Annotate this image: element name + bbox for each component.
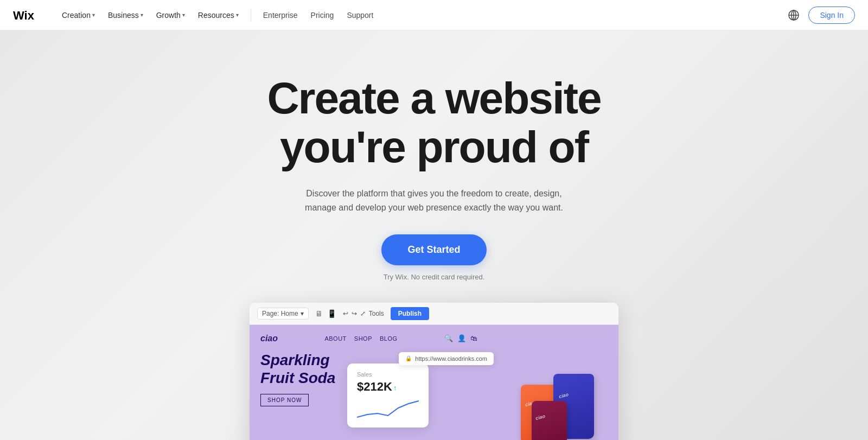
site-nav-icons: 🔍 👤 🛍 xyxy=(444,334,477,342)
mobile-icon[interactable]: 📱 xyxy=(327,309,336,318)
chevron-down-icon: ▾ xyxy=(236,12,239,18)
tools-label[interactable]: Tools xyxy=(369,310,384,317)
editor-window: Page: Home ▾ 🖥 📱 ↩ ↪ ⤢ Tools Publish xyxy=(250,303,618,440)
product-cans: ciao ciao ciao xyxy=(488,325,618,440)
site-navbar: ciao ABOUT SHOP BLOG 🔍 👤 🛍 xyxy=(260,334,477,343)
nav-item-growth[interactable]: Growth ▾ xyxy=(151,8,190,23)
url-bar: 🔒 https://www.ciaodrinks.com xyxy=(399,352,494,365)
wix-logo[interactable]: Wix xyxy=(13,9,39,22)
sign-in-button[interactable]: Sign In xyxy=(808,7,855,24)
nav-divider xyxy=(251,9,251,22)
website-preview: ciao ABOUT SHOP BLOG 🔍 👤 🛍 xyxy=(250,325,618,440)
site-nav-links: ABOUT SHOP BLOG xyxy=(324,335,397,342)
sales-label: Sales xyxy=(357,371,419,378)
toolbar-actions: ↩ ↪ ⤢ Tools xyxy=(343,310,384,317)
publish-button[interactable]: Publish xyxy=(391,307,429,320)
chevron-down-icon: ▾ xyxy=(301,310,304,317)
globe-icon[interactable] xyxy=(788,9,800,21)
nav-right: Sign In xyxy=(788,7,855,24)
hero-subtitle: Discover the platform that gives you the… xyxy=(293,187,575,214)
chevron-down-icon: ▾ xyxy=(141,12,143,18)
nav-item-creation[interactable]: Creation ▾ xyxy=(56,8,100,23)
hero-note: Try Wix. No credit card required. xyxy=(384,273,485,281)
get-started-button[interactable]: Get Started xyxy=(381,234,486,265)
cart-icon: 🛍 xyxy=(470,334,477,342)
sales-chart xyxy=(357,398,419,420)
lock-icon: 🔒 xyxy=(405,355,412,361)
nav-item-pricing[interactable]: Pricing xyxy=(305,8,340,23)
dark-can: ciao xyxy=(532,401,567,440)
site-logo: ciao xyxy=(260,334,278,343)
editor-toolbar: Page: Home ▾ 🖥 📱 ↩ ↪ ⤢ Tools Publish xyxy=(250,303,618,325)
hero-title: Create a website you're proud of xyxy=(267,74,601,171)
search-icon: 🔍 xyxy=(444,334,453,342)
nav-item-resources[interactable]: Resources ▾ xyxy=(193,8,244,23)
toolbar-device-icons: 🖥 📱 xyxy=(315,309,336,318)
redo-icon[interactable]: ↪ xyxy=(352,310,357,317)
editor-preview: Sales $212K↑ xyxy=(250,303,618,440)
nav-item-support[interactable]: Support xyxy=(341,8,379,23)
fullscreen-icon[interactable]: ⤢ xyxy=(360,310,366,317)
sales-amount: $212K↑ xyxy=(357,380,419,394)
sales-widget: Sales $212K↑ xyxy=(347,364,429,428)
hero-section: Create a website you're proud of Discove… xyxy=(0,30,868,440)
page-selector[interactable]: Page: Home ▾ xyxy=(257,308,309,320)
svg-text:Wix: Wix xyxy=(13,9,35,22)
desktop-icon[interactable]: 🖥 xyxy=(315,309,323,318)
user-icon: 👤 xyxy=(457,334,466,342)
chevron-down-icon: ▾ xyxy=(92,12,95,18)
navbar: Wix Creation ▾ Business ▾ Growth ▾ Resou… xyxy=(0,0,868,30)
nav-links: Creation ▾ Business ▾ Growth ▾ Resources… xyxy=(56,8,788,23)
chevron-down-icon: ▾ xyxy=(182,12,185,18)
shop-now-button[interactable]: SHOP NOW xyxy=(260,394,309,406)
nav-item-enterprise[interactable]: Enterprise xyxy=(258,8,303,23)
undo-icon[interactable]: ↩ xyxy=(343,310,348,317)
nav-item-business[interactable]: Business ▾ xyxy=(103,8,149,23)
